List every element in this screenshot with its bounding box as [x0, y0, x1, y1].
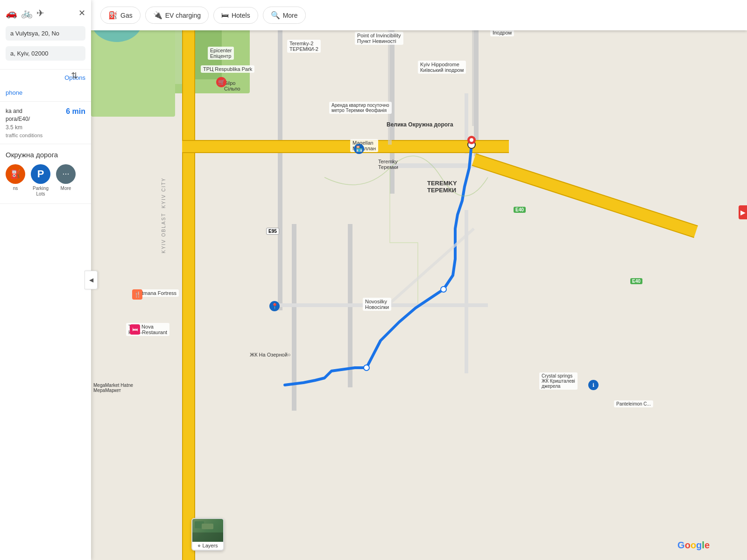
road-minor-3	[474, 30, 479, 156]
route-name: ka andpora/E40/	[6, 107, 30, 123]
route-section[interactable]: ka andpora/E40/ 6 min 3.5 km traffic con…	[0, 102, 91, 144]
label-megamarket: MegaMarket HatneМераМаркет	[91, 382, 135, 394]
crystal-marker[interactable]: ℹ	[588, 380, 599, 390]
ev-label: EV charging	[165, 12, 201, 19]
label-velyka: Велика Окружна дорога	[384, 120, 456, 129]
hotels-filter-button[interactable]: 🛏 Hotels	[213, 7, 258, 24]
badge-e40-1: E40	[514, 207, 526, 213]
route-time: 6 min	[66, 107, 85, 116]
silpo-marker[interactable]: 🛒	[216, 77, 226, 87]
layers-button[interactable]: ⋄ Layers	[191, 518, 224, 551]
badge-e40-2: E40	[630, 278, 642, 284]
stations-label: ns	[13, 186, 18, 191]
kyiv-oblast-label: KYIV OBLAST KYIV CITY	[161, 177, 166, 253]
ev-icon: 🔌	[153, 11, 162, 20]
label-respublika: ТРЦ Respublika Park	[201, 65, 254, 73]
destination-title: Окружна дорога	[6, 151, 85, 159]
poi-parking[interactable]: P Parking Lots	[29, 164, 52, 197]
traffic-conditions: traffic conditions	[6, 133, 85, 138]
right-edge-marker: ▶	[739, 205, 747, 219]
poi-row: ⛽ ns P Parking Lots ··· More	[6, 164, 85, 197]
hotels-label: Hotels	[232, 12, 250, 19]
label-crystal: Crystal springsЖК Кришталевіджерела	[539, 372, 578, 390]
swap-directions-button[interactable]: ⇅	[71, 70, 78, 81]
hotels-icon: 🛏	[221, 11, 229, 20]
poi-stations[interactable]: ⛽ ns	[6, 164, 25, 191]
road-minor-4	[292, 224, 296, 411]
label-panteleimon: Panteleimon C...	[614, 400, 653, 407]
bike-mode-icon[interactable]: 🚲	[21, 7, 33, 19]
car-mode-icon[interactable]: 🚗	[6, 7, 17, 19]
label-teremky-district: TEREMKYТЕРЕМКИ	[427, 180, 457, 194]
more-search-icon: 🔍	[271, 11, 280, 20]
label-hippodrome: Kyiv HippodromeКиївський іподром	[418, 61, 466, 74]
transport-mode-selector: 🚗 🚲 ✈ ✕	[6, 6, 85, 21]
magellan-marker[interactable]: 🏪	[354, 144, 364, 154]
left-panel: 🚗 🚲 ✈ ✕ ⇅ Options phone ka andpora/E40/ …	[0, 0, 91, 560]
map-container[interactable]: Teremky-2ТЕРЕМКИ-2 VDNG EpicenterЕпіцент…	[91, 0, 747, 560]
label-epicenter: EpicenterЕпіцентр	[208, 47, 234, 60]
filter-bar: ⛽ Gas 🔌 EV charging 🛏 Hotels 🔍 More	[91, 0, 747, 30]
layers-label: ⋄ Layers	[197, 542, 218, 550]
google-logo: Google	[677, 540, 710, 551]
gas-filter-button[interactable]: ⛽ Gas	[100, 7, 141, 24]
badge-e95: E95	[266, 228, 279, 235]
more-filter-button[interactable]: 🔍 More	[263, 7, 306, 24]
more-filter-label: More	[283, 12, 298, 19]
label-zhk-ozerna: ЖК На Озерной○	[247, 351, 293, 358]
destination-input[interactable]	[6, 46, 85, 61]
poi-more[interactable]: ··· More	[56, 164, 76, 191]
destination-section: Окружна дорога ⛽ ns P Parking Lots ··· M…	[0, 144, 91, 204]
highway-horizontal	[182, 140, 509, 153]
more-label: More	[61, 186, 71, 191]
gas-label: Gas	[120, 12, 133, 19]
label-novosilky: NovosilkyНовосілки	[363, 298, 391, 311]
more-icon: ···	[56, 164, 76, 184]
collapse-panel-button[interactable]: ◀	[85, 271, 98, 289]
terra-nova-marker[interactable]: 🛏	[130, 324, 140, 335]
layers-thumbnail	[192, 519, 223, 542]
road-minor-6	[465, 210, 468, 373]
parking-label: Parking Lots	[29, 186, 52, 197]
close-directions-button[interactable]: ✕	[78, 8, 85, 18]
parking-icon: P	[31, 164, 50, 184]
plane-mode-icon[interactable]: ✈	[36, 7, 44, 19]
label-point-inv: Point of InvincibilityПункт Невиності	[355, 32, 403, 45]
gas-icon: ⛽	[108, 11, 118, 20]
panel-top: 🚗 🚲 ✈ ✕ ⇅	[0, 0, 91, 70]
phone-link[interactable]: phone	[6, 89, 22, 96]
ev-filter-button[interactable]: 🔌 EV charging	[145, 7, 209, 24]
label-teremky: TeremkyТеремки	[376, 158, 401, 171]
label-arenda: Аренда квартир посуточнометро Теремки Фе…	[329, 102, 392, 114]
road-minor-1	[278, 30, 282, 310]
route-distance: 3.5 km	[6, 124, 85, 131]
phone-section: phone	[0, 84, 91, 102]
blue-marker[interactable]: 📍	[269, 301, 280, 311]
origin-input[interactable]	[6, 26, 85, 41]
highway-vertical	[182, 30, 195, 560]
label-teremky2: Teremky-2ТЕРЕМКИ-2	[287, 40, 321, 53]
stations-icon: ⛽	[6, 164, 25, 184]
hetmana-marker[interactable]: 🍴	[132, 289, 142, 300]
